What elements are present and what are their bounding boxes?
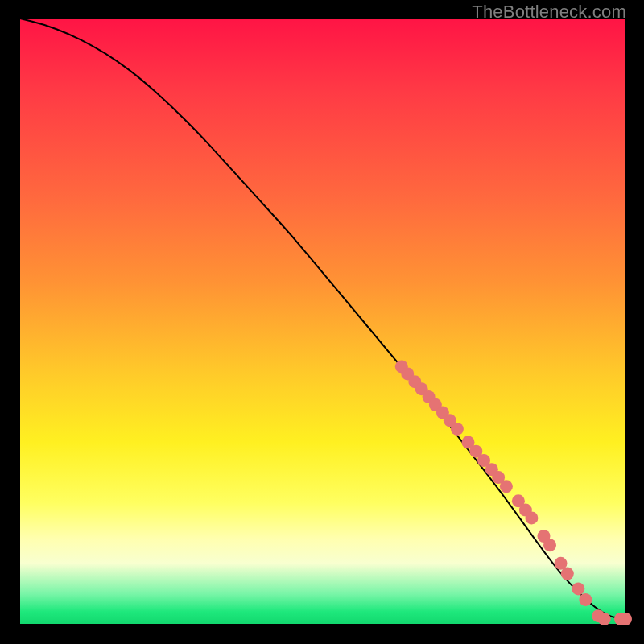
chart-frame: TheBottleneck.com bbox=[0, 0, 644, 644]
chart-svg bbox=[20, 19, 625, 624]
scatter-dot bbox=[598, 613, 611, 625]
scatter-dot bbox=[500, 480, 513, 493]
scatter-dot bbox=[451, 423, 464, 436]
plot-area bbox=[20, 19, 625, 624]
scatter-dot bbox=[525, 511, 538, 524]
scatter-dot bbox=[579, 593, 592, 606]
bottleneck-curve bbox=[20, 19, 625, 618]
scatter-dot bbox=[543, 539, 556, 551]
scatter-dot bbox=[572, 582, 584, 595]
scatter-dot bbox=[561, 568, 574, 580]
scatter-dot bbox=[619, 613, 632, 625]
scatter-dots bbox=[395, 360, 632, 625]
